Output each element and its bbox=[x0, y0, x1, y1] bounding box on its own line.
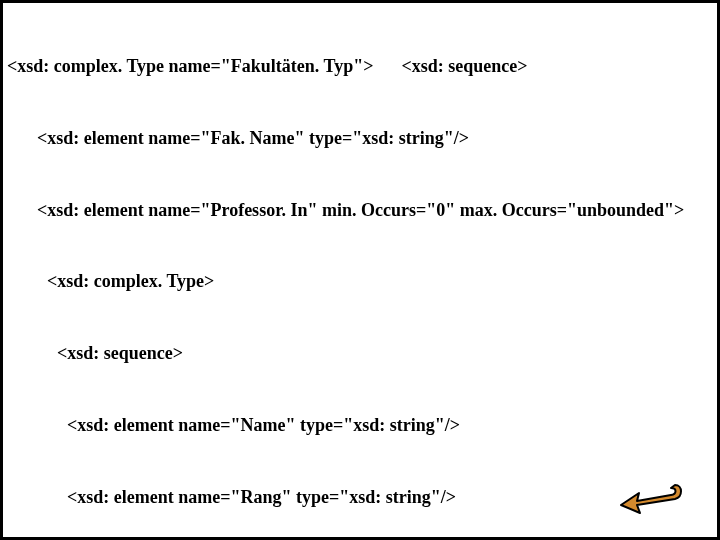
xsd-code-block: <xsd: complex. Type name="Fakultäten. Ty… bbox=[7, 7, 713, 538]
back-arrow-icon bbox=[617, 475, 687, 519]
code-text: <xsd: complex. Type name="Fakultäten. Ty… bbox=[7, 56, 373, 76]
code-line: <xsd: sequence> bbox=[7, 342, 713, 366]
code-line: <xsd: element name="Name" type="xsd: str… bbox=[7, 414, 713, 438]
code-line: <xsd: element name="Rang" type="xsd: str… bbox=[7, 486, 713, 510]
code-line: <xsd: element name="Fak. Name" type="xsd… bbox=[7, 127, 713, 151]
code-line: <xsd: complex. Type name="Fakultäten. Ty… bbox=[7, 55, 713, 79]
slide-frame: <xsd: complex. Type name="Fakultäten. Ty… bbox=[2, 2, 718, 538]
code-text: <xsd: sequence> bbox=[401, 56, 527, 76]
code-line: <xsd: complex. Type> bbox=[7, 270, 713, 294]
code-line: <xsd: element name="Professor. In" min. … bbox=[7, 199, 713, 223]
back-button[interactable] bbox=[617, 475, 687, 519]
